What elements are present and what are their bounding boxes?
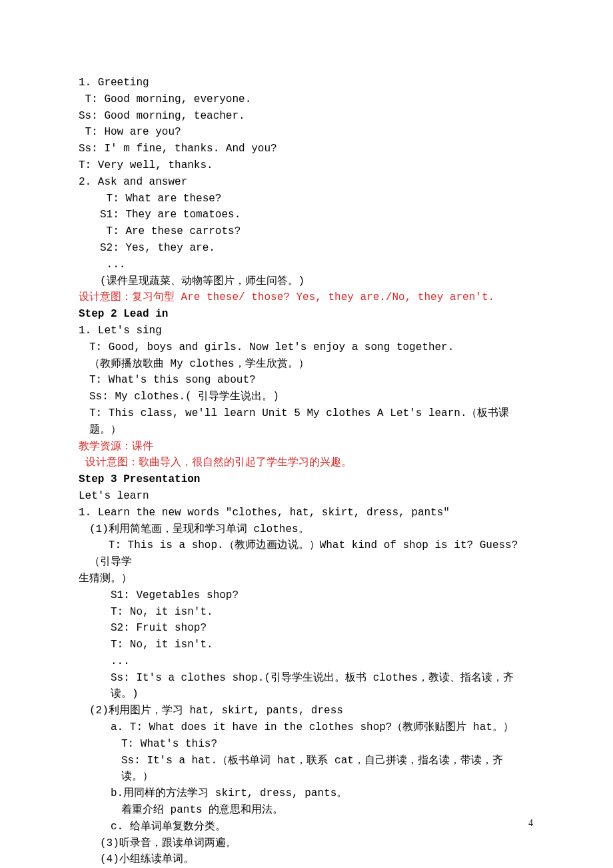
text-line: a. T: What does it have in the clothes s… [79, 719, 534, 736]
text-line: （教师播放歌曲 My clothes，学生欣赏。） [79, 356, 534, 373]
text-line: 设计意图：歌曲导入，很自然的引起了学生学习的兴趣。 [79, 455, 534, 471]
text-line: T: What are these? [79, 191, 534, 207]
text-line: 设计意图：复习句型 Are these/ those? Yes, they ar… [79, 289, 534, 306]
page-number: 4 [528, 816, 533, 831]
text-line: T: What's this? [79, 736, 534, 753]
text-line: T: Good, boys and girls. Now let's enjoy… [79, 339, 534, 356]
text-line: T: How are you? [79, 124, 534, 141]
text-line: c. 给单词单复数分类。 [79, 819, 534, 835]
text-line: S2: Fruit shop? [79, 620, 534, 637]
text-line: T: Good morning, everyone. [79, 91, 534, 108]
text-line: Ss: It's a hat.（板书单词 hat，联系 cat，自己拼读，指名读… [79, 753, 534, 786]
text-line: Let's learn [79, 488, 534, 505]
text-line: 1. Greeting [79, 75, 534, 91]
text-line: (1)利用简笔画，呈现和学习单词 clothes。 [79, 521, 534, 538]
text-line: Ss: My clothes.( 引导学生说出。) [79, 389, 534, 405]
text-line: 1. Learn the new words "clothes, hat, sk… [79, 505, 534, 521]
text-line: Ss: It's a clothes shop.(引导学生说出。板书 cloth… [79, 670, 534, 703]
text-line: Step 3 Presentation [79, 471, 534, 488]
text-line: T: No, it isn't. [79, 604, 534, 621]
text-line: T: This is a shop.（教师边画边说。）What kind of … [79, 537, 534, 571]
text-line: 教学资源：课件 [79, 439, 534, 455]
text-line: T: No, it isn't. [79, 637, 534, 653]
text-line: (课件呈现蔬菜、动物等图片，师生问答。) [79, 273, 534, 290]
text-line: S2: Yes, they are. [79, 240, 534, 257]
text-line: b.用同样的方法学习 skirt, dress, pants。 [79, 785, 534, 802]
text-line: (3)听录音，跟读单词两遍。 [79, 835, 534, 852]
text-line: T: This class, we'll learn Unit 5 My clo… [79, 405, 534, 439]
text-line: Step 2 Lead in [79, 306, 534, 323]
text-line: T: What's this song about? [79, 372, 534, 389]
text-line: ... [79, 257, 534, 273]
text-line: Ss: I' m fine, thanks. And you? [79, 141, 534, 157]
text-line: ... [79, 653, 534, 670]
text-line: 2. Ask and answer [79, 174, 534, 191]
text-line: 生猜测。） [79, 571, 534, 587]
text-line: (4)小组练读单词。 [79, 851, 534, 868]
text-line: S1: Vegetables shop? [79, 587, 534, 604]
text-line: 1. Let's sing [79, 323, 534, 339]
text-line: Ss: Good morning, teacher. [79, 108, 534, 125]
document-page: 1. Greeting T: Good morning, everyone.Ss… [0, 0, 613, 868]
text-line: T: Very well, thanks. [79, 157, 534, 174]
text-line: T: Are these carrots? [79, 223, 534, 240]
text-line: S1: They are tomatoes. [79, 207, 534, 223]
text-line: (2)利用图片，学习 hat, skirt, pants, dress [79, 703, 534, 719]
text-line: 着重介绍 pants 的意思和用法。 [79, 802, 534, 819]
